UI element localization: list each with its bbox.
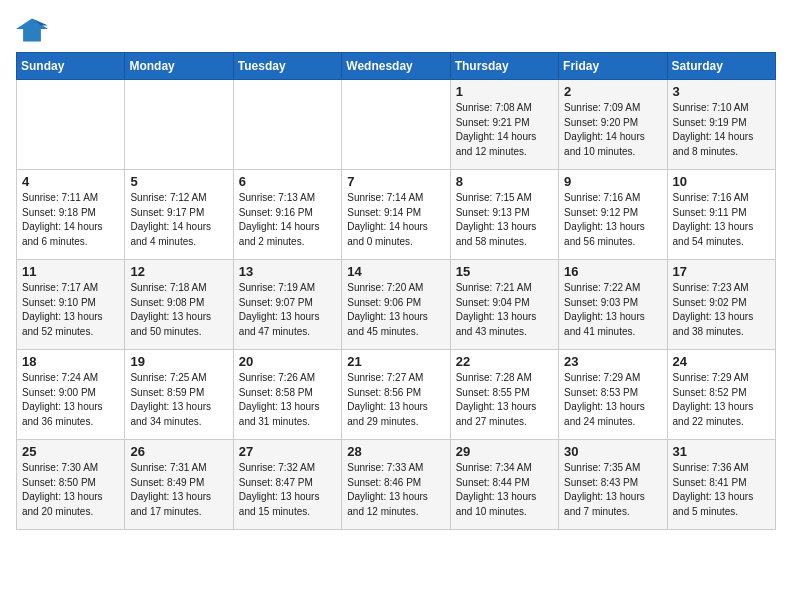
calendar-cell: 4Sunrise: 7:11 AM Sunset: 9:18 PM Daylig… bbox=[17, 170, 125, 260]
weekday-header: Tuesday bbox=[233, 53, 341, 80]
day-info: Sunrise: 7:33 AM Sunset: 8:46 PM Dayligh… bbox=[347, 461, 444, 519]
calendar-cell: 15Sunrise: 7:21 AM Sunset: 9:04 PM Dayli… bbox=[450, 260, 558, 350]
day-info: Sunrise: 7:27 AM Sunset: 8:56 PM Dayligh… bbox=[347, 371, 444, 429]
day-info: Sunrise: 7:22 AM Sunset: 9:03 PM Dayligh… bbox=[564, 281, 661, 339]
calendar-table: SundayMondayTuesdayWednesdayThursdayFrid… bbox=[16, 52, 776, 530]
calendar-cell: 8Sunrise: 7:15 AM Sunset: 9:13 PM Daylig… bbox=[450, 170, 558, 260]
calendar-cell bbox=[125, 80, 233, 170]
weekday-header: Thursday bbox=[450, 53, 558, 80]
day-info: Sunrise: 7:19 AM Sunset: 9:07 PM Dayligh… bbox=[239, 281, 336, 339]
day-info: Sunrise: 7:35 AM Sunset: 8:43 PM Dayligh… bbox=[564, 461, 661, 519]
day-number: 26 bbox=[130, 444, 227, 459]
calendar-cell: 24Sunrise: 7:29 AM Sunset: 8:52 PM Dayli… bbox=[667, 350, 775, 440]
day-number: 17 bbox=[673, 264, 770, 279]
day-number: 15 bbox=[456, 264, 553, 279]
day-number: 6 bbox=[239, 174, 336, 189]
day-number: 28 bbox=[347, 444, 444, 459]
day-number: 25 bbox=[22, 444, 119, 459]
day-info: Sunrise: 7:12 AM Sunset: 9:17 PM Dayligh… bbox=[130, 191, 227, 249]
logo bbox=[16, 16, 52, 44]
day-number: 7 bbox=[347, 174, 444, 189]
weekday-header: Sunday bbox=[17, 53, 125, 80]
day-info: Sunrise: 7:34 AM Sunset: 8:44 PM Dayligh… bbox=[456, 461, 553, 519]
day-info: Sunrise: 7:29 AM Sunset: 8:53 PM Dayligh… bbox=[564, 371, 661, 429]
day-number: 20 bbox=[239, 354, 336, 369]
calendar-cell: 12Sunrise: 7:18 AM Sunset: 9:08 PM Dayli… bbox=[125, 260, 233, 350]
calendar-cell: 19Sunrise: 7:25 AM Sunset: 8:59 PM Dayli… bbox=[125, 350, 233, 440]
day-info: Sunrise: 7:16 AM Sunset: 9:12 PM Dayligh… bbox=[564, 191, 661, 249]
weekday-header: Wednesday bbox=[342, 53, 450, 80]
day-number: 16 bbox=[564, 264, 661, 279]
day-info: Sunrise: 7:09 AM Sunset: 9:20 PM Dayligh… bbox=[564, 101, 661, 159]
page-header bbox=[16, 16, 776, 44]
calendar-cell: 2Sunrise: 7:09 AM Sunset: 9:20 PM Daylig… bbox=[559, 80, 667, 170]
calendar-cell bbox=[17, 80, 125, 170]
day-number: 8 bbox=[456, 174, 553, 189]
day-number: 13 bbox=[239, 264, 336, 279]
day-info: Sunrise: 7:21 AM Sunset: 9:04 PM Dayligh… bbox=[456, 281, 553, 339]
calendar-cell: 11Sunrise: 7:17 AM Sunset: 9:10 PM Dayli… bbox=[17, 260, 125, 350]
calendar-cell: 13Sunrise: 7:19 AM Sunset: 9:07 PM Dayli… bbox=[233, 260, 341, 350]
calendar-cell: 31Sunrise: 7:36 AM Sunset: 8:41 PM Dayli… bbox=[667, 440, 775, 530]
calendar-cell: 29Sunrise: 7:34 AM Sunset: 8:44 PM Dayli… bbox=[450, 440, 558, 530]
day-number: 24 bbox=[673, 354, 770, 369]
day-number: 31 bbox=[673, 444, 770, 459]
day-number: 21 bbox=[347, 354, 444, 369]
day-number: 29 bbox=[456, 444, 553, 459]
day-number: 5 bbox=[130, 174, 227, 189]
day-info: Sunrise: 7:25 AM Sunset: 8:59 PM Dayligh… bbox=[130, 371, 227, 429]
weekday-header: Friday bbox=[559, 53, 667, 80]
day-info: Sunrise: 7:20 AM Sunset: 9:06 PM Dayligh… bbox=[347, 281, 444, 339]
calendar-cell: 6Sunrise: 7:13 AM Sunset: 9:16 PM Daylig… bbox=[233, 170, 341, 260]
calendar-cell: 9Sunrise: 7:16 AM Sunset: 9:12 PM Daylig… bbox=[559, 170, 667, 260]
calendar-cell: 23Sunrise: 7:29 AM Sunset: 8:53 PM Dayli… bbox=[559, 350, 667, 440]
day-info: Sunrise: 7:24 AM Sunset: 9:00 PM Dayligh… bbox=[22, 371, 119, 429]
day-info: Sunrise: 7:16 AM Sunset: 9:11 PM Dayligh… bbox=[673, 191, 770, 249]
calendar-cell: 7Sunrise: 7:14 AM Sunset: 9:14 PM Daylig… bbox=[342, 170, 450, 260]
svg-marker-0 bbox=[16, 18, 48, 41]
day-number: 11 bbox=[22, 264, 119, 279]
day-number: 23 bbox=[564, 354, 661, 369]
calendar-cell: 3Sunrise: 7:10 AM Sunset: 9:19 PM Daylig… bbox=[667, 80, 775, 170]
calendar-cell: 5Sunrise: 7:12 AM Sunset: 9:17 PM Daylig… bbox=[125, 170, 233, 260]
day-info: Sunrise: 7:26 AM Sunset: 8:58 PM Dayligh… bbox=[239, 371, 336, 429]
calendar-cell bbox=[233, 80, 341, 170]
day-number: 2 bbox=[564, 84, 661, 99]
calendar-cell: 20Sunrise: 7:26 AM Sunset: 8:58 PM Dayli… bbox=[233, 350, 341, 440]
day-info: Sunrise: 7:29 AM Sunset: 8:52 PM Dayligh… bbox=[673, 371, 770, 429]
day-number: 30 bbox=[564, 444, 661, 459]
calendar-cell bbox=[342, 80, 450, 170]
day-info: Sunrise: 7:11 AM Sunset: 9:18 PM Dayligh… bbox=[22, 191, 119, 249]
calendar-cell: 17Sunrise: 7:23 AM Sunset: 9:02 PM Dayli… bbox=[667, 260, 775, 350]
calendar-cell: 26Sunrise: 7:31 AM Sunset: 8:49 PM Dayli… bbox=[125, 440, 233, 530]
logo-icon bbox=[16, 16, 48, 44]
day-info: Sunrise: 7:08 AM Sunset: 9:21 PM Dayligh… bbox=[456, 101, 553, 159]
day-info: Sunrise: 7:30 AM Sunset: 8:50 PM Dayligh… bbox=[22, 461, 119, 519]
calendar-cell: 25Sunrise: 7:30 AM Sunset: 8:50 PM Dayli… bbox=[17, 440, 125, 530]
calendar-cell: 1Sunrise: 7:08 AM Sunset: 9:21 PM Daylig… bbox=[450, 80, 558, 170]
day-info: Sunrise: 7:10 AM Sunset: 9:19 PM Dayligh… bbox=[673, 101, 770, 159]
day-info: Sunrise: 7:36 AM Sunset: 8:41 PM Dayligh… bbox=[673, 461, 770, 519]
day-info: Sunrise: 7:14 AM Sunset: 9:14 PM Dayligh… bbox=[347, 191, 444, 249]
calendar-cell: 21Sunrise: 7:27 AM Sunset: 8:56 PM Dayli… bbox=[342, 350, 450, 440]
calendar-cell: 30Sunrise: 7:35 AM Sunset: 8:43 PM Dayli… bbox=[559, 440, 667, 530]
calendar-cell: 22Sunrise: 7:28 AM Sunset: 8:55 PM Dayli… bbox=[450, 350, 558, 440]
calendar-cell: 16Sunrise: 7:22 AM Sunset: 9:03 PM Dayli… bbox=[559, 260, 667, 350]
day-info: Sunrise: 7:15 AM Sunset: 9:13 PM Dayligh… bbox=[456, 191, 553, 249]
day-info: Sunrise: 7:32 AM Sunset: 8:47 PM Dayligh… bbox=[239, 461, 336, 519]
day-info: Sunrise: 7:31 AM Sunset: 8:49 PM Dayligh… bbox=[130, 461, 227, 519]
weekday-header: Monday bbox=[125, 53, 233, 80]
day-number: 10 bbox=[673, 174, 770, 189]
calendar-cell: 18Sunrise: 7:24 AM Sunset: 9:00 PM Dayli… bbox=[17, 350, 125, 440]
day-info: Sunrise: 7:23 AM Sunset: 9:02 PM Dayligh… bbox=[673, 281, 770, 339]
day-info: Sunrise: 7:28 AM Sunset: 8:55 PM Dayligh… bbox=[456, 371, 553, 429]
day-number: 22 bbox=[456, 354, 553, 369]
weekday-header: Saturday bbox=[667, 53, 775, 80]
day-number: 12 bbox=[130, 264, 227, 279]
calendar-cell: 14Sunrise: 7:20 AM Sunset: 9:06 PM Dayli… bbox=[342, 260, 450, 350]
calendar-header: SundayMondayTuesdayWednesdayThursdayFrid… bbox=[17, 53, 776, 80]
day-info: Sunrise: 7:18 AM Sunset: 9:08 PM Dayligh… bbox=[130, 281, 227, 339]
day-info: Sunrise: 7:13 AM Sunset: 9:16 PM Dayligh… bbox=[239, 191, 336, 249]
calendar-cell: 10Sunrise: 7:16 AM Sunset: 9:11 PM Dayli… bbox=[667, 170, 775, 260]
day-number: 14 bbox=[347, 264, 444, 279]
